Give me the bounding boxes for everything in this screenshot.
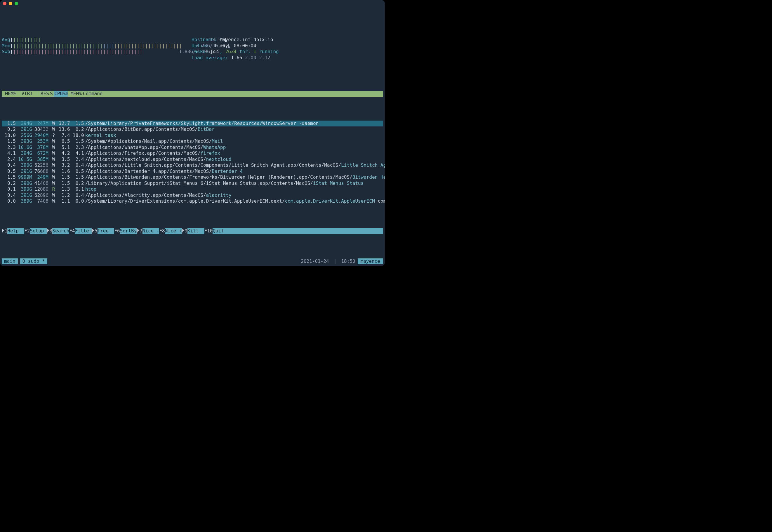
process-table-header[interactable]: MEM%VIRTRES SCPU%▽MEM%Command (2, 91, 383, 97)
swp-label: Swp (2, 49, 10, 54)
fkey-F10[interactable]: F10 (204, 228, 213, 234)
fkey-label[interactable]: Setup (30, 228, 47, 234)
mem-label: Mem (2, 43, 10, 48)
load1: 1.66 (231, 55, 242, 60)
load5: 2.00 (245, 55, 256, 60)
process-row[interactable]: 1.5393G253M W6.51.5/System/Applications/… (2, 138, 383, 144)
fkey-label[interactable]: Search (52, 228, 69, 234)
fkey-label[interactable]: Quit (213, 228, 229, 234)
tasks-label: Tasks: (192, 49, 208, 54)
sysinfo-right: Hostname: mayence.int.dblx.io Uptime: 1 … (192, 31, 385, 67)
status-host: mayence (358, 258, 383, 264)
tasks-thr: 2634 (225, 49, 237, 54)
process-table[interactable]: 1.5394G247M W32.71.5/System/Library/Priv… (2, 121, 383, 204)
loadavg-label: Load average: (192, 55, 228, 60)
col-cpu[interactable]: CPU%▽ (54, 91, 68, 97)
fkey-F3[interactable]: F3 (47, 228, 52, 234)
process-row[interactable]: 4.1394G672M W4.24.1/Applications/Firefox… (2, 150, 383, 156)
minimize-icon[interactable] (9, 2, 12, 5)
tmux-window[interactable]: 0 sudo * (20, 258, 47, 264)
terminal-window: Avg[|||||||||| 11.9%] Mem[||||||||||||||… (0, 0, 385, 266)
process-row[interactable]: 2.410.5G385M W3.52.4/Applications/nextcl… (2, 157, 383, 162)
fkey-label[interactable]: Tree (98, 228, 114, 234)
status-date: 2021-01-24 (298, 258, 331, 264)
fkey-F7[interactable]: F7 (137, 228, 142, 234)
tmux-session[interactable]: main (2, 258, 18, 264)
tasks-total: 555 (211, 49, 220, 54)
process-row[interactable]: 0.1390G12080 R1.30.1htop (2, 186, 383, 192)
fkey-label[interactable]: Nice + (165, 228, 182, 234)
hostname-label: Hostname: (192, 37, 217, 42)
meters-left: Avg[|||||||||| 11.9%] Mem[||||||||||||||… (2, 31, 192, 67)
htop-fkeys: F1Help F2Setup F3SearchF4FilterF5Tree F6… (2, 228, 383, 234)
fkey-F5[interactable]: F5 (92, 228, 97, 234)
fkey-label[interactable]: SortBy (120, 228, 137, 234)
fkey-F8[interactable]: F8 (159, 228, 165, 234)
col-command[interactable]: Command (82, 91, 102, 97)
uptime-value: 1 day, 08:00:04 (214, 43, 256, 48)
close-icon[interactable] (3, 2, 6, 5)
fkey-F9[interactable]: F9 (182, 228, 187, 234)
col-mem2[interactable]: MEM% (68, 91, 82, 97)
titlebar (0, 0, 385, 7)
uptime-label: Uptime: (192, 43, 211, 48)
process-row[interactable]: 1.5394G247M W32.71.5/System/Library/Priv… (2, 121, 383, 126)
fkey-label[interactable]: Nice - (142, 228, 159, 234)
fkey-label[interactable]: Kill (187, 228, 204, 234)
process-row[interactable]: 0.2391G38432 W13.60.2/Applications/BitBa… (2, 126, 383, 132)
process-row[interactable]: 2.310.6G378M W5.12.3/Applications/WhatsA… (2, 145, 383, 150)
process-row[interactable]: 0.0389G7408 W1.10.0/System/Library/Drive… (2, 198, 383, 204)
col-res[interactable]: RES (33, 91, 49, 97)
process-row[interactable]: 18.0256G2940M ?7.418.0kernel_task (2, 133, 383, 138)
process-row[interactable]: 0.4391G62896 W1.20.4/Applications/Alacri… (2, 192, 383, 198)
hostname-value: mayence.int.dblx.io (220, 37, 273, 42)
load15: 2.12 (259, 55, 270, 60)
fkey-F4[interactable]: F4 (69, 228, 75, 234)
status-time: 18:50 (339, 258, 357, 264)
col-virt[interactable]: VIRT (16, 91, 33, 97)
process-row[interactable]: 0.5391G76688 W1.60.5/Applications/Barten… (2, 168, 383, 174)
maximize-icon[interactable] (15, 2, 18, 5)
process-row[interactable]: 1.59999M249M W1.51.5/Applications/Bitwar… (2, 174, 383, 180)
process-row[interactable]: 0.4390G62256 W3.20.4/Applications/Little… (2, 162, 383, 168)
process-row[interactable]: 0.2390G41408 W1.50.2/Library/Application… (2, 180, 383, 186)
fkey-label[interactable]: Filter (75, 228, 92, 234)
htop-header: Avg[|||||||||| 11.9%] Mem[||||||||||||||… (2, 31, 383, 67)
fkey-F6[interactable]: F6 (114, 228, 120, 234)
tmux-statusbar: main 0 sudo * 2021-01-24 | 18:50 mayence (2, 258, 383, 264)
fkey-label[interactable]: Help (7, 228, 24, 234)
tasks-running: 1 (253, 49, 256, 54)
terminal-body[interactable]: Avg[|||||||||| 11.9%] Mem[||||||||||||||… (0, 7, 385, 266)
col-s[interactable]: S (49, 91, 54, 97)
fkey-F2[interactable]: F2 (24, 228, 30, 234)
fkey-F1[interactable]: F1 (2, 228, 7, 234)
col-mem[interactable]: MEM% (2, 91, 16, 97)
avg-label: Avg (2, 37, 10, 42)
